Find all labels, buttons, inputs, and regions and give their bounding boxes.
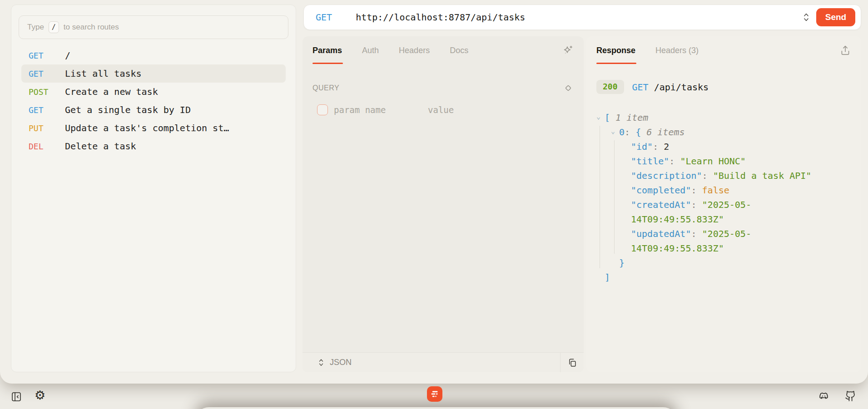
json-token: : (702, 170, 713, 181)
app-canvas: Type / to search routes GET/GETList all … (0, 0, 868, 409)
json-token: { (635, 127, 641, 138)
json-tree-line: "description": "Build a task API" (596, 168, 856, 183)
route-label: Get a single task by ID (65, 104, 191, 115)
status-code-badge: 200 (596, 80, 624, 94)
github-icon[interactable] (845, 390, 856, 402)
json-token: ] (605, 272, 610, 283)
json-tree-line: ⌄[ 1 item (596, 110, 856, 125)
share-icon[interactable] (839, 44, 851, 56)
chevron-down-icon[interactable]: ⌄ (596, 109, 600, 124)
route-item-del-delete-a-task[interactable]: DELDelete a task (21, 137, 286, 155)
json-token: 2 (664, 141, 669, 152)
json-token: "title" (631, 156, 669, 167)
body-format-select[interactable]: JSON (303, 353, 560, 372)
routes-sidebar: Type / to search routes GET/GETList all … (11, 5, 296, 372)
json-token: : (691, 228, 702, 239)
json-token: 14T09:49:55.833Z" (631, 243, 724, 254)
search-placeholder-prefix: Type (27, 23, 44, 32)
route-item-get[interactable]: GET/ (21, 46, 286, 64)
method-badge: POST (29, 87, 65, 97)
json-token: "Learn HONC" (680, 156, 746, 167)
json-tree: ⌄[ 1 item⌄0: { 6 items"id": 2"title": "L… (596, 110, 856, 285)
settings-gear-icon[interactable]: ⚙ (35, 389, 46, 401)
slash-key-hint: / (49, 21, 59, 33)
json-tree-line: } (596, 256, 856, 270)
route-item-get-get-a-single-task-by-id[interactable]: GETGet a single task by ID (21, 101, 286, 119)
tab-headers-3[interactable]: Headers (3) (655, 46, 699, 55)
history-stepper-icon[interactable] (803, 12, 810, 22)
response-path-label: /api/tasks (654, 82, 709, 93)
search-placeholder-suffix: to search routes (64, 23, 119, 32)
json-token: "id" (631, 141, 653, 152)
body-format-label: JSON (330, 358, 352, 367)
json-token: [ (605, 112, 610, 123)
json-token: "completed" (631, 185, 691, 196)
request-bar: GET Send (303, 5, 861, 30)
route-search-input[interactable]: Type / to search routes (19, 15, 288, 39)
tab-auth[interactable]: Auth (362, 46, 379, 55)
route-label: / (65, 50, 70, 61)
query-section-title: QUERY (312, 84, 339, 92)
ai-sparkle-icon[interactable] (562, 44, 574, 56)
json-token: 6 items (641, 127, 684, 138)
json-tree-line: 14T09:49:55.833Z" (596, 212, 856, 227)
url-input[interactable] (356, 5, 803, 30)
route-item-get-list-all-tasks[interactable]: GETList all tasks (21, 64, 286, 83)
body-format-bar: JSON (303, 352, 584, 372)
brand-logo-icon (429, 388, 441, 400)
brand-logo-button[interactable] (427, 386, 442, 402)
copy-icon (567, 358, 577, 368)
json-tree-line: "completed": false (596, 183, 856, 197)
json-tree-line: "id": 2 (596, 139, 856, 154)
query-param-row (312, 104, 574, 115)
json-tree-line: "title": "Learn HONC" (596, 154, 856, 168)
param-value-input[interactable] (428, 105, 574, 115)
query-params-section: QUERY (303, 64, 584, 115)
bottom-toolbar: ⚙ (0, 384, 868, 409)
request-panel-tabs: ParamsAuthHeadersDocs (303, 36, 584, 64)
json-token: : (653, 141, 664, 152)
json-tree-line: 14T09:49:55.833Z" (596, 241, 856, 256)
param-name-input[interactable] (334, 105, 428, 115)
route-item-post-create-a-new-task[interactable]: POSTCreate a new task (21, 83, 286, 101)
json-token: false (702, 185, 729, 196)
chevron-down-icon[interactable]: ⌄ (611, 124, 615, 138)
json-token: : (691, 185, 702, 196)
json-token: "createdAt" (631, 199, 691, 210)
json-token: "updatedAt" (631, 228, 691, 239)
tab-response[interactable]: Response (596, 46, 635, 55)
json-token: 1 item (610, 112, 648, 123)
json-tree-line: "updatedAt": "2025-05- (596, 227, 856, 241)
method-badge: PUT (29, 123, 65, 133)
route-label: List all tasks (65, 68, 142, 79)
request-method-select[interactable]: GET (316, 12, 332, 23)
copy-body-button[interactable] (560, 353, 584, 372)
json-token: "description" (631, 170, 702, 181)
tab-params[interactable]: Params (312, 46, 342, 55)
json-token: 0 (619, 127, 625, 138)
collapse-sidebar-icon[interactable] (11, 391, 22, 402)
discord-icon[interactable] (818, 390, 829, 402)
route-item-put-update-a-task-s-completion-st[interactable]: PUTUpdate a task's completion st… (21, 119, 286, 137)
tab-docs[interactable]: Docs (450, 46, 468, 55)
route-label: Update a task's completion st… (65, 123, 229, 133)
route-label: Delete a task (65, 141, 136, 152)
json-token: 14T09:49:55.833Z" (631, 214, 724, 225)
send-button[interactable]: Send (816, 8, 855, 26)
json-tree-line: ⌄0: { 6 items (596, 125, 856, 139)
method-badge: GET (29, 69, 65, 79)
tab-headers[interactable]: Headers (399, 46, 430, 55)
clear-params-icon[interactable] (563, 83, 574, 94)
json-tree-line: "createdAt": "2025-05- (596, 197, 856, 212)
param-enabled-checkbox[interactable] (317, 104, 328, 115)
json-token: : (669, 156, 680, 167)
json-token: "2025-05- (702, 228, 751, 239)
method-badge: GET (29, 51, 65, 60)
json-tree-line: ] (596, 270, 856, 285)
json-token: : (625, 127, 635, 138)
response-status-row: 200 GET /api/tasks (586, 80, 861, 94)
route-label: Create a new task (65, 86, 158, 97)
json-token: "Build a task API" (713, 170, 812, 181)
json-token: : (691, 199, 702, 210)
response-method-label: GET (632, 82, 649, 93)
